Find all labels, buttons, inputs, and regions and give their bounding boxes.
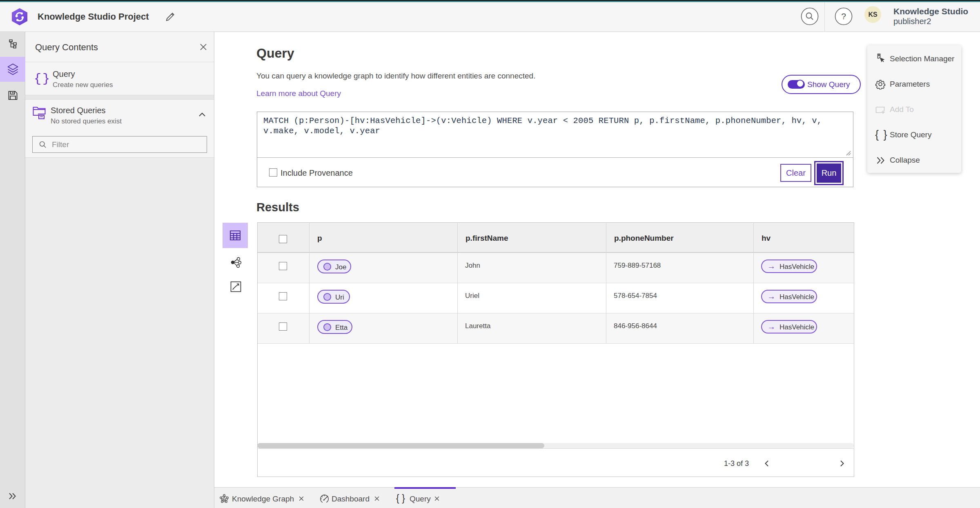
svg-text:?: ?: [841, 11, 846, 21]
